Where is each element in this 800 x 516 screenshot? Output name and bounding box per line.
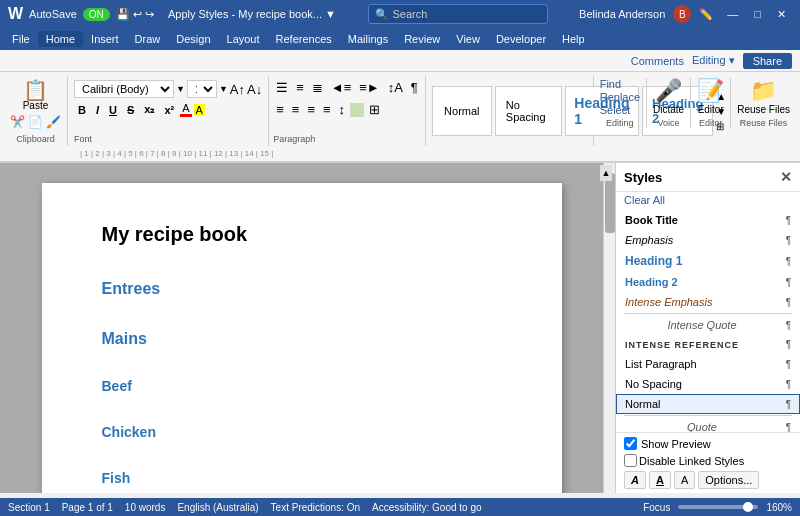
menu-review[interactable]: Review [396,31,448,47]
style-normal-button[interactable]: Normal [432,86,492,136]
reuse-label[interactable]: Reuse Files [737,104,790,115]
scroll-up-button[interactable]: ▲ [600,165,612,181]
style-item-quote[interactable]: Quote ¶ [616,417,800,432]
editor-label[interactable]: Editor [698,104,724,115]
font-color-button[interactable]: A [180,102,191,117]
ribbon-group-clipboard: 📋 Paste ✂️ 📄 🖌️ Clipboard [4,76,68,146]
zoom-thumb[interactable] [743,502,753,512]
align-left-button[interactable]: ≡ [273,100,287,119]
superscript-button[interactable]: x² [160,102,178,118]
style-item-list-paragraph[interactable]: List Paragraph ¶ [616,354,800,374]
options-button[interactable]: Options... [698,471,759,489]
increase-indent-button[interactable]: ≡► [356,78,382,97]
style-item-intense-quote[interactable]: Intense Quote ¶ [616,315,800,335]
share-button[interactable]: Share [743,53,792,69]
show-formatting-button[interactable]: ¶ [408,78,421,97]
style-item-normal[interactable]: Normal ¶ [616,394,800,414]
menu-design[interactable]: Design [168,31,218,47]
menu-mailings[interactable]: Mailings [340,31,396,47]
select-button[interactable]: Select [600,104,640,116]
line-spacing-button[interactable]: ↕ [336,100,349,119]
style-item-heading1[interactable]: Heading 1 ¶ [616,250,800,272]
decrease-indent-button[interactable]: ◄≡ [328,78,354,97]
font-name-select[interactable]: Calibri (Body) [74,80,174,98]
style-no-spacing-button[interactable]: No Spacing [495,86,562,136]
disable-linked-checkbox[interactable] [624,454,637,467]
status-zoom: 160% [766,502,792,513]
menu-draw[interactable]: Draw [127,31,169,47]
style-item-intense-emphasis[interactable]: Intense Emphasis ¶ [616,292,800,312]
zoom-slider[interactable] [678,505,758,509]
menu-insert[interactable]: Insert [83,31,127,47]
menu-view[interactable]: View [448,31,488,47]
shading-button[interactable] [350,103,364,117]
show-preview-checkbox[interactable] [624,437,637,450]
close-button[interactable]: ✕ [771,8,792,21]
style-item-emphasis[interactable]: Emphasis ¶ [616,230,800,250]
menu-layout[interactable]: Layout [219,31,268,47]
menu-references[interactable]: References [268,31,340,47]
minimize-button[interactable]: — [721,8,744,21]
cut-icon[interactable]: ✂️ [10,115,25,129]
style-normal-icon: ¶ [779,399,791,410]
highlight-button[interactable]: A [194,104,205,116]
menu-file[interactable]: File [4,31,38,47]
ribbon: 📋 Paste ✂️ 📄 🖌️ Clipboard Calibri (Body) [0,72,800,163]
menu-developer[interactable]: Developer [488,31,554,47]
pen-icon[interactable]: ✏️ [699,8,713,21]
title-bar-right: Belinda Anderson B ✏️ — □ ✕ [579,5,792,23]
status-focus[interactable]: Focus [643,502,670,513]
format-painter-icon[interactable]: 🖌️ [46,115,61,129]
font-size-select[interactable]: 11 [187,80,217,98]
status-bar: Section 1 Page 1 of 1 10 words English (… [0,498,800,516]
styles-panel-close-button[interactable]: ✕ [780,169,792,185]
manage-styles-button[interactable]: A [674,471,695,489]
new-style-button[interactable]: A [624,471,646,489]
editing-button[interactable]: Editing ▾ [692,54,735,67]
borders-button[interactable]: ⊞ [366,100,383,119]
align-center-button[interactable]: ≡ [289,100,303,119]
multilevel-button[interactable]: ≣ [309,78,326,97]
window-controls: — □ ✕ [721,8,792,21]
scroll-thumb[interactable] [605,173,615,233]
reuse-group-label: Reuse Files [740,116,788,128]
sort-button[interactable]: ↕A [385,78,406,97]
search-bar[interactable]: 🔍 Search [368,4,548,24]
font-size-dropdown-icon[interactable]: ▼ [219,84,228,94]
voice-label: Voice [658,116,680,128]
maximize-button[interactable]: □ [748,8,767,21]
underline-button[interactable]: U [105,102,121,118]
style-item-intense-reference[interactable]: INTENSE REFERENCE ¶ [616,335,800,354]
doc-line-entrees: Entrees [102,280,502,300]
autosave-toggle[interactable]: ON [83,8,110,21]
vertical-scrollbar[interactable] [603,163,615,493]
doc-line-empty5 [102,446,502,466]
decrease-font-button[interactable]: A↓ [247,82,262,97]
style-inspector-button[interactable]: A [649,471,671,489]
paste-button[interactable]: 📋 Paste [19,78,53,113]
replace-button[interactable]: Replace [600,91,640,103]
style-item-book-title[interactable]: Book Title ¶ [616,210,800,230]
find-button[interactable]: Find [600,78,640,90]
clear-all-button[interactable]: Clear All [616,192,800,210]
copy-icon[interactable]: 📄 [28,115,43,129]
styles-footer-buttons: A A A Options... [624,471,792,489]
menu-help[interactable]: Help [554,31,593,47]
document-area[interactable]: My recipe book Entrees Mains Beef Chicke… [0,163,603,493]
menu-home[interactable]: Home [38,31,83,47]
align-right-button[interactable]: ≡ [304,100,318,119]
dictate-label[interactable]: Dictate [653,104,684,115]
subscript-button[interactable]: x₂ [140,101,158,118]
menu-bar: File Home Insert Draw Design Layout Refe… [0,28,800,50]
comments-button[interactable]: Comments [631,55,684,67]
italic-button[interactable]: I [92,102,103,118]
style-item-heading2[interactable]: Heading 2 ¶ [616,272,800,292]
font-name-dropdown-icon[interactable]: ▼ [176,84,185,94]
strikethrough-button[interactable]: S [123,102,138,118]
increase-font-button[interactable]: A↑ [230,82,245,97]
style-item-no-spacing[interactable]: No Spacing ¶ [616,374,800,394]
bold-button[interactable]: B [74,102,90,118]
bullets-button[interactable]: ☰ [273,78,291,97]
numbering-button[interactable]: ≡ [293,78,307,97]
justify-button[interactable]: ≡ [320,100,334,119]
